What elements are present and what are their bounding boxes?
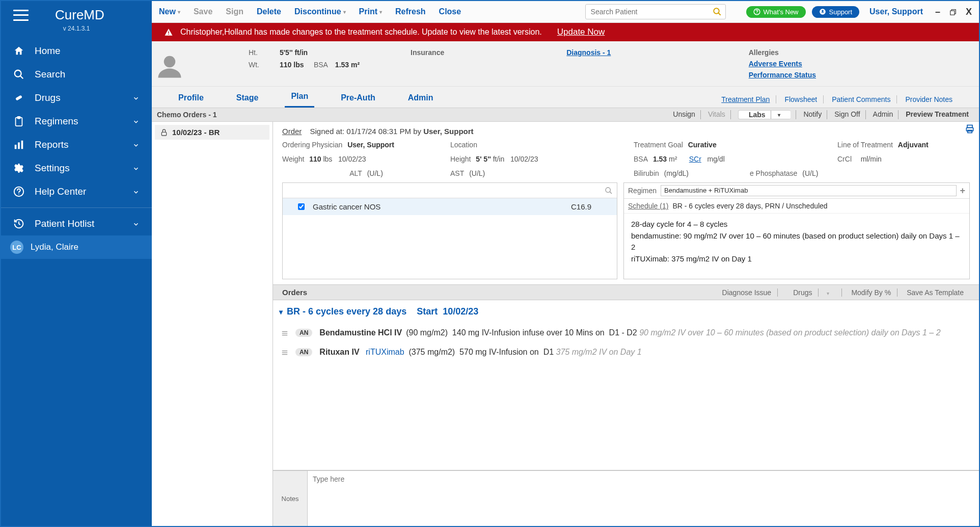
nav-label: Search	[35, 69, 65, 80]
svg-point-21	[164, 56, 176, 68]
nav-regimens[interactable]: Regimens	[1, 110, 152, 133]
nav-help[interactable]: Help Center	[1, 180, 152, 203]
patient-hotlist-item[interactable]: LC Lydia, Claire	[1, 235, 152, 259]
action-preview-treatment[interactable]: Preview Treatment	[901, 110, 974, 119]
patient-tabs: Profile Stage Plan Pre-Auth Admin Treatm…	[152, 87, 979, 108]
maximize-button[interactable]	[949, 7, 957, 17]
nav-settings[interactable]: Settings	[1, 156, 152, 180]
schedule-text: BR - 6 cycles every 28 days, PRN / Unsch…	[672, 202, 827, 210]
new-button[interactable]: New▾	[159, 7, 180, 16]
action-save-as-template[interactable]: Save As Template	[901, 288, 970, 297]
notes-input[interactable]	[308, 471, 979, 526]
support-button[interactable]: Support	[812, 6, 860, 18]
whats-new-button[interactable]: What's New	[746, 6, 806, 18]
nav-label: Regimens	[35, 116, 78, 127]
nav-label: Drugs	[35, 92, 61, 103]
nav-drugs[interactable]: Drugs	[1, 86, 152, 110]
refresh-button[interactable]: Refresh	[395, 7, 426, 16]
svg-point-14	[756, 13, 757, 13]
nav-list: Home Search Drugs Regimens Reports	[1, 39, 152, 203]
tab-admin[interactable]: Admin	[402, 88, 440, 108]
tab-stage[interactable]: Stage	[230, 88, 265, 108]
svg-rect-6	[18, 142, 20, 149]
nav-label: Home	[35, 45, 61, 57]
minimize-button[interactable]: –	[935, 7, 940, 17]
action-admin[interactable]: Admin	[868, 110, 899, 119]
main-area: New▾ Save Sign Delete Discontinue▾ Print…	[152, 1, 979, 526]
diagnosis-checkbox[interactable]	[298, 203, 305, 210]
order-line[interactable]: AN Bendamustine HCl IV (90 mg/m2) 140 mg…	[273, 323, 979, 342]
chevron-down-icon	[132, 163, 140, 174]
cycle-title: BR - 6 cycles every 28 days	[287, 306, 406, 317]
action-drugs[interactable]: Drugs ▾	[781, 288, 842, 297]
delete-button[interactable]: Delete	[257, 7, 281, 16]
regimen-select[interactable]: Bendamustine + RiTUXimab	[661, 185, 957, 196]
tab-preauth[interactable]: Pre-Auth	[335, 88, 382, 108]
search-icon[interactable]	[713, 7, 722, 16]
link-provider-notes[interactable]: Provider Notes	[899, 95, 959, 103]
nav-reports[interactable]: Reports	[1, 133, 152, 156]
link-flowsheet[interactable]: Flowsheet	[778, 95, 824, 103]
performance-status-link[interactable]: Performance Status	[749, 71, 816, 79]
window-close-button[interactable]: X	[966, 7, 972, 17]
adverse-events-link[interactable]: Adverse Events	[749, 60, 816, 68]
tab-profile[interactable]: Profile	[172, 88, 210, 108]
search-icon	[605, 186, 613, 195]
save-button[interactable]: Save	[194, 7, 212, 16]
close-button[interactable]: Close	[439, 7, 461, 16]
action-vitals[interactable]: Vitals	[703, 110, 731, 119]
nav-home[interactable]: Home	[1, 39, 152, 63]
cycle-header[interactable]: ▾ BR - 6 cycles every 28 days Start 10/0…	[273, 300, 979, 323]
svg-rect-18	[950, 11, 955, 15]
add-regimen-button[interactable]: +	[960, 186, 965, 196]
schedule-link[interactable]: Schedule (1)	[628, 202, 668, 210]
search-patient-input[interactable]	[585, 4, 726, 19]
patient-avatar-icon	[156, 52, 183, 80]
gear-icon	[13, 163, 24, 174]
lock-icon	[160, 128, 168, 137]
menu-icon[interactable]	[281, 328, 288, 337]
scr-link[interactable]: SCr	[689, 155, 701, 163]
svg-rect-7	[21, 141, 23, 149]
svg-rect-22	[161, 132, 166, 136]
update-now-link[interactable]: Update Now	[557, 27, 605, 37]
drug-link[interactable]: riTUXimab	[366, 348, 404, 357]
alert-banner: Christopher,Holland has made changes to …	[152, 23, 979, 41]
order-date-item[interactable]: 10/02/23 - BR	[155, 125, 269, 140]
current-user[interactable]: User, Support	[869, 7, 923, 16]
link-treatment-plan[interactable]: Treatment Plan	[715, 95, 776, 103]
print-button[interactable]: Print▾	[359, 7, 382, 16]
action-unsign[interactable]: Unsign	[668, 110, 701, 119]
printer-icon[interactable]	[965, 124, 975, 134]
svg-line-12	[718, 13, 721, 15]
patient-weight: 110 lbs	[280, 61, 304, 69]
tab-plan[interactable]: Plan	[285, 87, 314, 108]
discontinue-button[interactable]: Discontinue▾	[294, 7, 346, 16]
diagnosis-link[interactable]: Diagnosis - 1	[566, 48, 611, 57]
menu-icon[interactable]	[281, 348, 288, 357]
nav-hotlist[interactable]: Patient Hotlist	[1, 212, 152, 235]
sign-button[interactable]: Sign	[226, 7, 243, 16]
notes-section: Notes	[273, 470, 979, 526]
hamburger-icon[interactable]	[13, 10, 29, 21]
sidebar: CureMD v 24.1.3.1 Home Search Drugs Regi…	[1, 1, 152, 526]
action-signoff[interactable]: Sign Off	[829, 110, 865, 119]
notes-label: Notes	[273, 471, 308, 526]
order-line[interactable]: AN Rituxan IV riTUXimab (375 mg/m2) 570 …	[273, 342, 979, 362]
nav-search[interactable]: Search	[1, 63, 152, 86]
allergies-heading: Allergies	[749, 48, 816, 57]
diagnosis-search[interactable]	[283, 183, 617, 198]
link-patient-comments[interactable]: Patient Comments	[826, 95, 897, 103]
svg-rect-2	[15, 95, 22, 100]
diagnosis-code: C16.9	[571, 202, 591, 211]
dose-note: 90 mg/m2 IV over 10 – 60 minutes (based …	[639, 328, 940, 337]
diagnosis-item[interactable]: Gastric cancer NOS C16.9	[283, 198, 617, 215]
patient-header: Ht. Wt. 5'5'' ft/in 110 lbs BSA 1.53 m² …	[152, 41, 979, 87]
chemo-orders-header: Chemo Orders - 1 Unsign Vitals Labs ▾ No…	[152, 108, 979, 122]
action-diagnose-issue[interactable]: Diagnose Issue	[716, 288, 778, 297]
action-notify[interactable]: Notify	[798, 110, 827, 119]
svg-point-26	[606, 188, 610, 192]
action-modify-by-percent[interactable]: Modify By %	[845, 288, 897, 297]
order-link[interactable]: Order	[282, 127, 302, 136]
action-labs[interactable]: Labs ▾	[733, 110, 797, 119]
